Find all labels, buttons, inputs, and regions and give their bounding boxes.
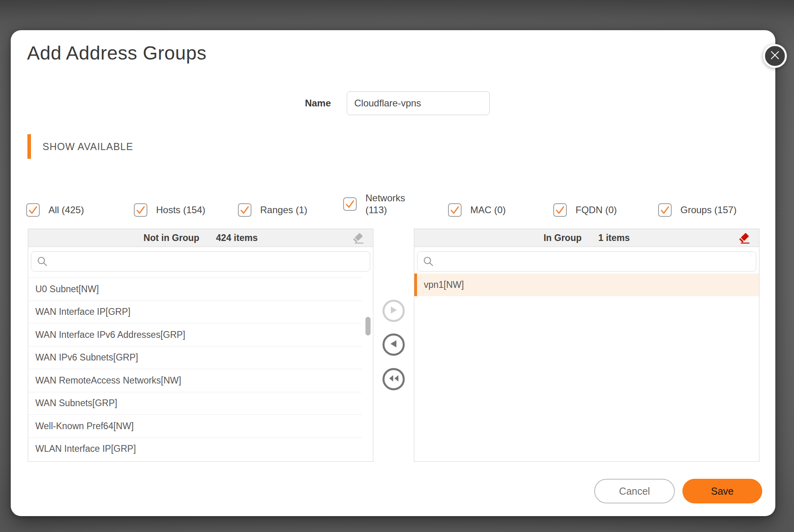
arrow-left-icon bbox=[390, 339, 398, 350]
search-input[interactable] bbox=[438, 252, 752, 271]
close-icon bbox=[770, 50, 780, 62]
eraser-icon bbox=[738, 232, 752, 246]
name-input[interactable] bbox=[347, 91, 490, 115]
list-item[interactable]: U0 Subnet[NW] bbox=[28, 278, 362, 301]
in-group-header: In Group 1 items bbox=[414, 229, 759, 247]
list-item[interactable]: WAN RemoteAccess Networks[NW] bbox=[28, 369, 362, 392]
filter-label: Networks (113) bbox=[365, 192, 415, 216]
list-item[interactable]: WLAN Interface IP[GRP] bbox=[28, 438, 362, 461]
filter-groups: Groups (157) bbox=[658, 197, 736, 223]
checkbox-fqdn[interactable] bbox=[553, 203, 567, 217]
list-item[interactable]: WAN Interface IPv6 Addresses[GRP] bbox=[28, 323, 362, 346]
filter-fqdn: FQDN (0) bbox=[553, 197, 617, 223]
save-button[interactable]: Save bbox=[682, 479, 762, 503]
filter-label: Groups (157) bbox=[680, 204, 736, 216]
add-address-groups-dialog: Add Address Groups Name SHOW AVAILABLE A… bbox=[11, 30, 775, 516]
in-group-search bbox=[417, 251, 756, 272]
close-button[interactable] bbox=[763, 44, 787, 68]
search-input[interactable] bbox=[52, 252, 366, 271]
in-group-panel: In Group 1 items vpn1[NW] bbox=[414, 229, 759, 462]
panel-title: In Group bbox=[543, 233, 581, 243]
checkbox-ranges[interactable] bbox=[238, 203, 251, 217]
checkbox-mac[interactable] bbox=[448, 203, 462, 217]
checkbox-all[interactable] bbox=[26, 203, 40, 217]
filter-all: All (425) bbox=[26, 197, 84, 223]
arrow-right-icon bbox=[390, 306, 398, 316]
not-in-group-search bbox=[31, 251, 370, 272]
not-in-group-panel: Not in Group 424 items U0 Subnet[NW] WAN… bbox=[28, 229, 373, 462]
filter-label: Ranges (1) bbox=[260, 204, 307, 216]
list-item[interactable]: WAN Subnets[GRP] bbox=[28, 392, 362, 415]
section-header: SHOW AVAILABLE bbox=[43, 134, 133, 159]
panel-item-count: 424 items bbox=[216, 233, 258, 243]
move-all-left-button[interactable] bbox=[383, 368, 405, 390]
list-item-selected[interactable]: vpn1[NW] bbox=[414, 274, 759, 296]
checkbox-networks[interactable] bbox=[343, 197, 357, 211]
cancel-button[interactable]: Cancel bbox=[594, 479, 675, 503]
filter-ranges: Ranges (1) bbox=[238, 197, 307, 223]
clear-not-in-group-button[interactable] bbox=[351, 231, 367, 246]
clear-in-group-button[interactable] bbox=[737, 231, 753, 246]
filter-hosts: Hosts (154) bbox=[134, 197, 205, 223]
filter-label: FQDN (0) bbox=[576, 204, 617, 216]
not-in-group-header: Not in Group 424 items bbox=[28, 229, 373, 247]
list-item[interactable]: WAN IPv6 Subnets[GRP] bbox=[28, 346, 362, 369]
scrollbar-thumb[interactable] bbox=[365, 317, 371, 335]
name-field-label: Name bbox=[254, 92, 331, 114]
checkbox-groups[interactable] bbox=[658, 203, 672, 217]
not-in-group-list: U0 Subnet[NW] WAN Interface IP[GRP] WAN … bbox=[28, 278, 362, 461]
filter-label: Hosts (154) bbox=[156, 204, 205, 216]
move-right-button[interactable] bbox=[383, 300, 405, 322]
filter-label: MAC (0) bbox=[470, 204, 506, 216]
filter-label: All (425) bbox=[48, 204, 84, 216]
panel-title: Not in Group bbox=[143, 233, 199, 243]
list-item[interactable]: Well-Known Pref64[NW] bbox=[28, 414, 362, 438]
panel-item-count: 1 items bbox=[598, 233, 630, 243]
move-left-button[interactable] bbox=[383, 333, 405, 356]
eraser-icon bbox=[352, 232, 366, 246]
list-item[interactable]: WAN Interface IP[GRP] bbox=[28, 301, 362, 324]
section-accent-bar bbox=[27, 134, 31, 159]
filter-mac: MAC (0) bbox=[448, 197, 506, 223]
double-arrow-left-icon bbox=[388, 374, 399, 384]
checkbox-hosts[interactable] bbox=[134, 203, 147, 217]
filter-networks: Networks (113) bbox=[343, 188, 415, 220]
page-title: Add Address Groups bbox=[27, 41, 207, 65]
